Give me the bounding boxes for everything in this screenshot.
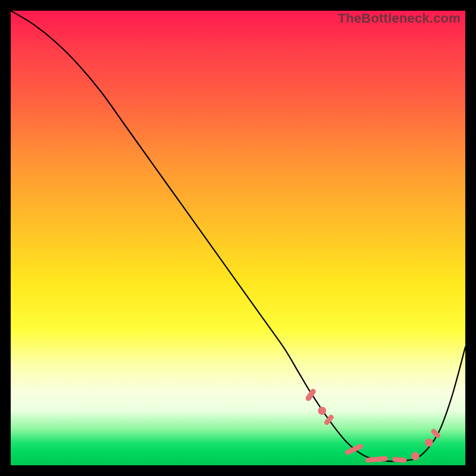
curve-marker [425,439,433,447]
curve-marker [323,414,334,426]
chart-svg [11,11,465,465]
marker-layer [305,388,441,463]
curve-marker [318,406,326,415]
bottleneck-curve [11,11,465,461]
curve-marker [411,452,419,461]
curve-marker [392,457,407,463]
chart-frame: TheBottleneck.com [11,11,465,465]
